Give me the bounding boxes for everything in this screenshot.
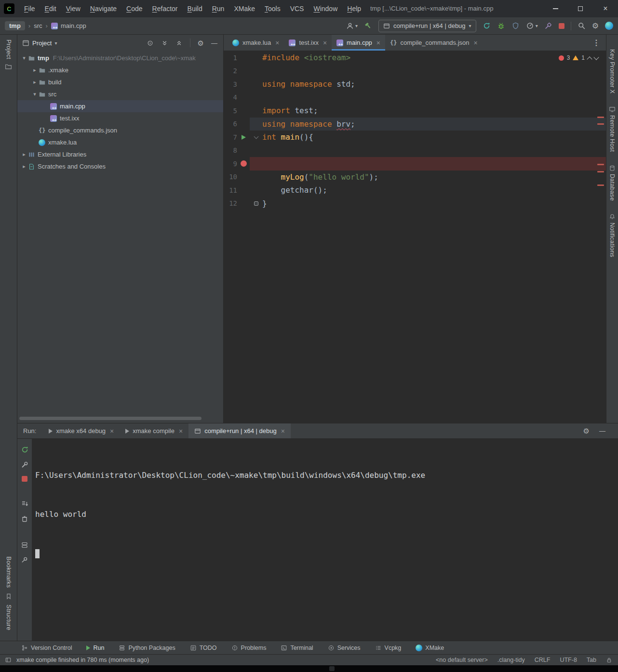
close-tab-icon[interactable]: × [281, 427, 285, 435]
line-ending-widget[interactable]: CRLF [535, 657, 551, 663]
key-promoter-stripe-button[interactable]: Key Promoter X [609, 49, 616, 93]
code-line-breakpoint[interactable]: 9 [224, 157, 606, 171]
services-button[interactable]: Services [328, 645, 361, 651]
error-stripe-mark[interactable] [597, 164, 604, 165]
code-line[interactable]: 12 } [224, 197, 606, 211]
chevron-right-icon[interactable]: ▸ [31, 67, 39, 73]
breadcrumb-folder[interactable]: src [34, 22, 42, 29]
tree-row-scratches[interactable]: ▸ Scratches and Consoles [17, 160, 223, 172]
tab-xmake-lua[interactable]: xmake.lua × [228, 35, 284, 51]
next-error-icon[interactable] [593, 54, 599, 60]
breadcrumb-project[interactable]: tmp [5, 21, 25, 30]
tab-compile-commands[interactable]: {} compile_commands.json × [385, 35, 483, 51]
code-line[interactable]: 11 getchar(); [224, 184, 606, 197]
collapse-all-icon[interactable] [175, 40, 183, 47]
error-stripe-mark[interactable] [597, 184, 604, 186]
error-stripe-mark[interactable] [597, 171, 604, 172]
close-tab-icon[interactable]: × [275, 39, 279, 47]
code-line[interactable]: 4 [224, 91, 606, 105]
tree-row-external-libraries[interactable]: ▸ External Libraries [17, 148, 223, 160]
debug-bug-icon[interactable] [497, 22, 505, 30]
menu-view[interactable]: View [61, 0, 85, 17]
expand-all-icon[interactable] [161, 40, 168, 47]
database-stripe-button[interactable]: Database [609, 165, 616, 201]
gear-icon[interactable]: ⚙ [583, 427, 590, 435]
problems-button[interactable]: Problems [231, 645, 267, 651]
project-stripe-button[interactable]: Project [5, 40, 12, 70]
chevron-right-icon[interactable]: ▸ [31, 79, 39, 85]
pin-icon[interactable] [21, 556, 28, 564]
search-icon[interactable] [578, 22, 586, 30]
more-icon[interactable]: ⋮ [587, 38, 606, 47]
gear-icon[interactable]: ⚙ [198, 40, 204, 47]
chevron-down-icon[interactable]: ▾ [31, 91, 39, 97]
todo-button[interactable]: TODO [190, 645, 217, 651]
run-tab-compile-run[interactable]: compile+run | x64 | debug × [188, 423, 291, 438]
chevron-right-icon[interactable]: ▸ [20, 163, 28, 170]
close-tab-icon[interactable]: × [110, 427, 114, 435]
rerun-icon[interactable] [21, 446, 29, 454]
error-stripe-mark[interactable] [597, 117, 604, 118]
code-line[interactable]: 10 myLog("hello world"); [224, 171, 606, 184]
tab-main-cpp[interactable]: main.cpp × [332, 35, 385, 51]
code-line[interactable]: 2 [224, 65, 606, 78]
chevron-down-icon[interactable]: ▾ [54, 40, 57, 46]
code-line[interactable]: 7 int main(){ [224, 131, 606, 144]
fold-icon[interactable] [254, 201, 258, 206]
menu-vcs[interactable]: VCS [285, 0, 309, 17]
close-tab-icon[interactable]: × [323, 39, 327, 47]
soft-wrap-icon[interactable] [21, 541, 28, 549]
code-line[interactable]: 3 using namespace std; [224, 78, 606, 91]
settings-gear-icon[interactable]: ⚙ [592, 22, 599, 30]
code-editor[interactable]: 1 #include <iostream> 2 3 using namespac… [224, 51, 606, 423]
tree-row-xmake-lua[interactable]: xmake.lua [17, 136, 223, 148]
bookmarks-stripe-button[interactable]: Bookmarks [5, 556, 12, 588]
run-line-icon[interactable] [242, 135, 246, 140]
tree-row-test-ixx[interactable]: test.ixx [17, 112, 223, 124]
coverage-shield-icon[interactable] [511, 22, 520, 30]
menu-refactor[interactable]: Refactor [148, 0, 183, 17]
close-tab-icon[interactable]: × [474, 39, 478, 47]
horizontal-scrollbar[interactable] [19, 417, 202, 420]
run-config-select[interactable]: compile+run | x64 | debug ▾ [378, 20, 476, 32]
breakpoint-icon[interactable] [241, 160, 247, 167]
build-settings-icon[interactable] [21, 461, 28, 469]
menu-tools[interactable]: Tools [260, 0, 285, 17]
profiler-button[interactable]: ▾ [526, 22, 538, 30]
vcpkg-button[interactable]: Vcpkg [375, 645, 402, 651]
hide-panel-icon[interactable]: — [599, 427, 605, 435]
tree-row-src[interactable]: ▾ src [17, 88, 223, 100]
stop-icon[interactable] [559, 23, 564, 29]
structure-stripe-button[interactable]: Structure [5, 605, 12, 630]
rerun-icon[interactable] [483, 22, 491, 30]
console-output[interactable]: F:\Users\Administrator\Desktop\CLion_cod… [32, 439, 618, 641]
run-tab-xmake-compile[interactable]: xmake compile × [120, 423, 188, 438]
scroll-down-icon[interactable] [21, 500, 28, 508]
tree-row-tmp[interactable]: ▾ tmp F:\Users\Administrator\Desktop\CLi… [17, 52, 223, 64]
clear-console-icon[interactable] [21, 515, 28, 523]
chevron-right-icon[interactable]: ▸ [20, 151, 28, 158]
close-tab-icon[interactable]: × [376, 39, 380, 47]
stop-icon[interactable] [22, 476, 27, 482]
locate-file-icon[interactable] [147, 40, 154, 47]
status-message[interactable]: xmake compile finished in 780 ms (moment… [16, 657, 149, 663]
attach-debugger-icon[interactable] [544, 22, 552, 30]
prev-error-icon[interactable] [587, 56, 592, 62]
minimize-button[interactable] [543, 0, 568, 17]
menu-code[interactable]: Code [121, 0, 147, 17]
code-line[interactable]: 1 #include <iostream> [224, 51, 606, 65]
tree-row-build[interactable]: ▸ build [17, 76, 223, 88]
menu-help[interactable]: Help [342, 0, 366, 17]
menu-navigate[interactable]: Navigate [85, 0, 121, 17]
code-line[interactable]: 6 using namespace brv; [224, 118, 606, 131]
menu-xmake[interactable]: XMake [229, 0, 260, 17]
inspections-widget[interactable]: 3 1 [559, 54, 598, 61]
tree-row-xmake-dir[interactable]: ▸ .xmake [17, 64, 223, 76]
run-button[interactable]: Run [86, 645, 104, 651]
clang-tidy-widget[interactable]: .clang-tidy [497, 657, 525, 663]
build-hammer-icon[interactable] [364, 22, 372, 30]
close-button[interactable]: × [593, 0, 618, 17]
indent-widget[interactable]: Tab [587, 657, 596, 663]
tab-test-ixx[interactable]: test.ixx × [284, 35, 332, 51]
colored-sphere-icon[interactable] [605, 22, 613, 30]
